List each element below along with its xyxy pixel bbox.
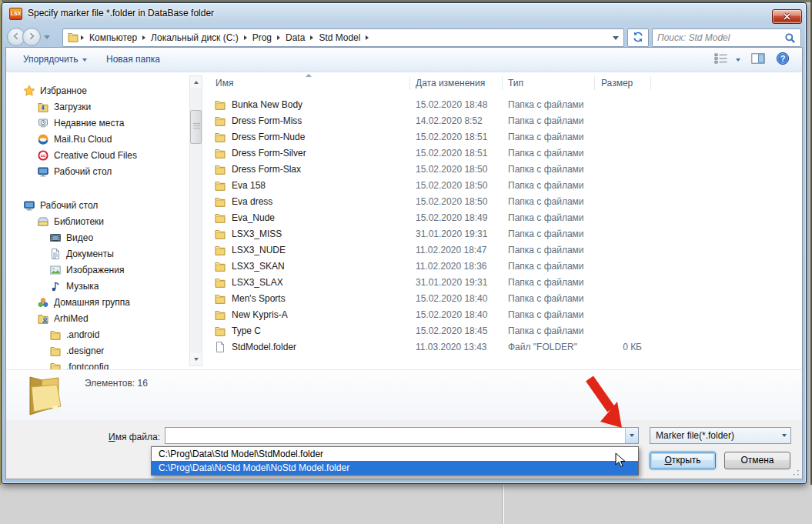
file-date: 15.02.2020 18:49 <box>416 210 487 226</box>
sidebar-item[interactable]: Библиотеки <box>6 213 189 229</box>
sidebar-item[interactable]: .android <box>6 326 189 342</box>
address-dropdown-icon[interactable] <box>613 36 619 40</box>
column-header-type[interactable]: Тип <box>508 74 523 92</box>
filename-dropdown-item[interactable]: C:\Prog\Data\Std Model\StdModel.folder <box>152 447 638 461</box>
filetype-combobox[interactable]: Marker file(*.folder) <box>650 427 791 444</box>
file-row[interactable]: Type C15.02.2020 18:45Папка с файлами <box>203 323 802 339</box>
homegroup-icon <box>37 296 49 309</box>
scrollbar-grip <box>193 125 200 126</box>
sidebar-item[interactable]: ccCreative Cloud Files <box>6 147 189 163</box>
file-row[interactable]: Dress Form-Slax15.02.2020 18:50Папка с ф… <box>203 162 802 178</box>
folder-icon <box>214 195 226 208</box>
sidebar-item[interactable]: Изображения <box>6 262 189 278</box>
filename-dropdown-item[interactable]: C:\Prog\Data\NoStd Model\NoStd Model.fol… <box>152 461 638 475</box>
file-row[interactable]: LSX3_SKAN11.02.2020 18:36Папка с файлами <box>203 259 802 275</box>
breadcrumb-item[interactable]: Std Model <box>315 29 364 46</box>
titlebar[interactable]: LSX Specify marker file *.folder in Data… <box>2 3 806 25</box>
search-box <box>652 28 801 47</box>
file-row[interactable]: Men's Sports15.02.2020 18:40Папка с файл… <box>203 291 802 307</box>
resize-grip[interactable] <box>790 467 800 477</box>
file-row[interactable]: Eva dress15.02.2020 18:50Папка с файлами <box>203 194 802 210</box>
chevron-down-icon <box>736 58 740 62</box>
sidebar-item[interactable]: Mail.Ru Cloud <box>6 131 189 147</box>
folder-icon <box>214 212 226 224</box>
sidebar-item[interactable]: .fontconfig <box>6 359 189 369</box>
file-row[interactable]: LSX3_SLAX31.01.2020 19:31Папка с файлами <box>203 275 802 291</box>
file-type: Папка с файлами <box>508 242 584 259</box>
file-row[interactable]: Dress Form-Silver15.02.2020 18:51Папка с… <box>203 145 802 162</box>
file-type: Папка с файлами <box>508 113 584 129</box>
sidebar-item-label: Избранное <box>40 85 87 96</box>
sidebar-item-label: Изображения <box>66 265 124 275</box>
scrollbar-up-button[interactable] <box>190 76 202 88</box>
sidebar-item[interactable]: Домашняя группа <box>6 294 189 310</box>
search-input[interactable] <box>657 30 780 45</box>
file-date: 31.01.2020 19:31 <box>416 226 487 242</box>
breadcrumb-item[interactable]: Локальный диск (C:) <box>147 29 242 46</box>
file-date: 15.02.2020 18:50 <box>416 178 487 194</box>
file-type: Папка с файлами <box>508 97 584 113</box>
file-date: 15.02.2020 18:48 <box>416 97 487 113</box>
preview-pane-button[interactable] <box>751 53 765 66</box>
file-row[interactable]: Dress Form-Miss14.02.2020 8:52Папка с фа… <box>203 113 802 129</box>
file-name: Eva_Nude <box>232 210 275 226</box>
sidebar-item[interactable]: Видео <box>6 229 189 245</box>
sidebar-item[interactable]: Рабочий стол <box>6 197 189 213</box>
file-name: Dress Form-Miss <box>232 113 302 129</box>
refresh-button[interactable] <box>627 28 649 47</box>
organize-button[interactable]: Упорядочить <box>17 48 93 72</box>
sidebar-item[interactable]: Загрузки <box>6 98 189 115</box>
help-button[interactable]: ? <box>776 52 790 68</box>
sidebar-scrollbar[interactable] <box>189 75 202 366</box>
scrollbar-down-button[interactable] <box>190 353 202 365</box>
file-row[interactable]: StdModel.folder11.03.2020 13:43Файл "FOL… <box>203 339 802 355</box>
file-row[interactable]: LSX3_MISS31.01.2020 19:31Папка с файлами <box>203 226 802 242</box>
refresh-icon <box>632 31 644 45</box>
sidebar-group-gap <box>6 179 189 197</box>
new-folder-button[interactable]: Новая папка <box>100 48 166 72</box>
open-file-dialog: LSX Specify marker file *.folder in Data… <box>2 2 807 484</box>
breadcrumb-item[interactable]: Компьютер <box>85 29 141 46</box>
sidebar-item[interactable]: ArhiMed <box>6 310 189 326</box>
views-button[interactable] <box>714 53 740 66</box>
file-date: 15.02.2020 18:50 <box>416 162 487 178</box>
filename-label: Имя файла: <box>6 429 160 446</box>
sidebar-item[interactable]: Документы <box>6 245 189 262</box>
filename-input[interactable] <box>167 429 623 442</box>
file-type: Папка с файлами <box>508 194 584 210</box>
file-type: Папка с файлами <box>508 162 584 178</box>
column-header-name[interactable]: Имя <box>216 74 233 92</box>
file-row[interactable]: Bunka New Body15.02.2020 18:48Папка с фа… <box>203 97 802 113</box>
cancel-button[interactable]: Отмена <box>724 452 790 469</box>
filetype-dropdown-button[interactable] <box>777 428 790 443</box>
breadcrumb-item[interactable]: Data <box>282 29 309 46</box>
file-row[interactable]: LSX3_NUDE11.02.2020 18:47Папка с файлами <box>203 242 802 259</box>
close-button[interactable] <box>772 9 802 24</box>
file-type: Папка с файлами <box>508 275 584 291</box>
folder-icon <box>214 115 226 127</box>
open-button[interactable]: Открыть <box>650 452 716 469</box>
file-row[interactable]: New Kypris-A15.02.2020 18:40Папка с файл… <box>203 307 802 323</box>
forward-button[interactable] <box>22 28 41 46</box>
file-name: Eva 158 <box>232 178 266 194</box>
search-icon[interactable] <box>784 32 797 47</box>
sidebar-item[interactable]: Рабочий стол <box>6 163 189 179</box>
preview-pane-icon <box>751 53 765 66</box>
breadcrumb-item[interactable]: Prog <box>249 29 276 46</box>
file-row[interactable]: Dress Form-Nude15.02.2020 18:51Папка с ф… <box>203 129 802 145</box>
column-header-size[interactable]: Размер <box>601 74 633 92</box>
file-row[interactable]: Eva 15815.02.2020 18:50Папка с файлами <box>203 178 802 194</box>
column-header-date[interactable]: Дата изменения <box>416 74 485 92</box>
sidebar-item[interactable]: Музыка <box>6 278 189 294</box>
sidebar-item[interactable]: Избранное <box>6 82 189 98</box>
breadcrumb[interactable]: КомпьютерЛокальный диск (C:)ProgDataStd … <box>62 28 624 47</box>
sidebar-item[interactable]: Недавние места <box>6 115 189 131</box>
nav-history-chevron-icon[interactable] <box>44 35 50 39</box>
file-type: Папка с файлами <box>508 129 584 145</box>
sidebar-item[interactable]: .designer <box>6 342 189 359</box>
column-headers: ИмяДата измененияТипРазмер <box>203 74 802 92</box>
scrollbar-thumb[interactable] <box>190 110 202 144</box>
file-name: Eva dress <box>232 194 272 210</box>
file-row[interactable]: Eva_Nude15.02.2020 18:49Папка с файлами <box>203 210 802 226</box>
star-icon <box>23 85 35 97</box>
